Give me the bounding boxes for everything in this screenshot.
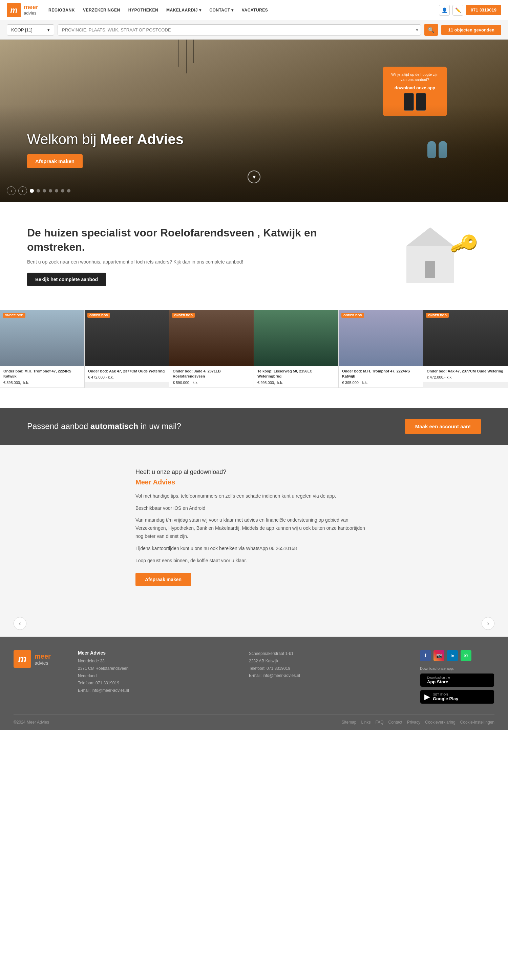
carousel-prev-button[interactable]: ‹: [14, 617, 26, 630]
nav-makelaardij[interactable]: MAKELAARDIJ ▾: [166, 8, 201, 13]
hero-section: Wil je altijd op de hoogte zijn van ons …: [0, 40, 508, 202]
property-card-2: ONDER BOD Onder bod: Aak 47, 2377CM Oude…: [85, 310, 169, 388]
linkedin-icon[interactable]: in: [447, 650, 458, 661]
dot-5[interactable]: [55, 189, 58, 192]
search-bar: KOOP [11] ▾ ▾ 🔍 11 objecten gevonden: [0, 20, 508, 40]
property-card-5: ONDER BOD Onder bod: M.H. Tromphof 47, 2…: [339, 310, 423, 388]
dot-6[interactable]: [61, 189, 64, 192]
footer-address2: 2371 CM Roelofarendsveen: [78, 665, 239, 673]
nav-vacatures[interactable]: VACATURES: [242, 8, 268, 13]
dot-3[interactable]: [43, 189, 46, 192]
nav-hypotheken[interactable]: HYPOTHEKEN: [128, 8, 158, 13]
search-input-wrap: ▾: [58, 24, 421, 35]
app-section: Heeft u onze app al gedownload? Meer Adv…: [0, 445, 508, 610]
dot-7[interactable]: [67, 189, 70, 192]
property-price-3: € 590.000,- k.k.: [173, 380, 250, 385]
footer-link-contact[interactable]: Contact: [388, 720, 403, 725]
app-store-button[interactable]: Download on the App Store: [420, 673, 494, 687]
property-info-5[interactable]: Onder bod: M.H. Tromphof 47, 2224RS Katw…: [339, 366, 423, 388]
property-info-3[interactable]: Onder bod: Jade 4, 2371LB Roelofarendsve…: [169, 366, 254, 388]
specialist-image: 🔑: [386, 222, 481, 290]
property-img-3: [169, 310, 254, 366]
footer-link-cookieverklaring[interactable]: Cookieverklaring: [425, 720, 455, 725]
main-nav: REGIOBANK VERZEKERINGEN HYPOTHEKEN MAKEL…: [48, 8, 439, 13]
search-type-select[interactable]: KOOP [11] ▾: [7, 24, 54, 35]
nav-contact[interactable]: CONTACT ▾: [209, 8, 234, 13]
next-arrow[interactable]: ›: [18, 186, 27, 195]
edit-icon-btn[interactable]: ✏️: [452, 5, 463, 16]
footer-top: m meer advies Meer Advies Noordeinde 33 …: [14, 650, 494, 704]
property-badge-1: ONDER BOD: [3, 313, 26, 318]
app-desc4: Tijdens kantoortijden kunt u ons nu ook …: [136, 545, 372, 553]
property-badge-6: ONDER BOD: [426, 313, 449, 318]
logo-meer: meer: [24, 4, 38, 11]
hero-appointment-button[interactable]: Afspraak maken: [27, 154, 83, 168]
specialist-section: De huizen specialist voor Roelofarendsve…: [0, 202, 508, 310]
hero-content: Welkom bij Meer Advies Afspraak maken: [27, 131, 184, 168]
dot-4[interactable]: [49, 189, 52, 192]
app-question: Heeft u onze app al gedownload?: [136, 469, 372, 476]
search-input[interactable]: [58, 24, 421, 35]
property-info-4[interactable]: Te koop: Lisserweg 50, 2156LC Weteringbr…: [254, 366, 338, 388]
property-name-1: Onder bod: M.H. Tromphof 47, 2224RS Katw…: [3, 369, 81, 379]
property-name-2: Onder bod: Aak 47, 2377CM Oude Wetering: [88, 369, 166, 374]
property-price-6: € 472.000,- k.k.: [427, 375, 505, 379]
logo[interactable]: m meer advies: [7, 3, 38, 17]
house-illustration: [406, 234, 454, 278]
logo-advies: advies: [24, 11, 38, 16]
whatsapp-icon[interactable]: ✆: [460, 650, 471, 661]
app-desc5: Loop gerust eens binnen, de koffie staat…: [136, 557, 372, 565]
property-name-4: Te koop: Lisserweg 50, 2156LC Weteringbr…: [257, 369, 335, 379]
footer-office-email: E-mail: info@meer-advies.nl: [249, 672, 410, 679]
property-info-1[interactable]: Onder bod: M.H. Tromphof 47, 2224RS Katw…: [0, 366, 84, 388]
property-img-6: [423, 310, 508, 366]
instagram-icon[interactable]: 📷: [433, 650, 444, 661]
footer-tel: Telefoon: 071 3319019: [78, 679, 239, 687]
lamp-decoration: [152, 40, 220, 90]
property-info-6[interactable]: Onder bod: Aak 47, 2377CM Oude Wetering …: [423, 366, 508, 382]
footer-link-faq[interactable]: FAQ: [375, 720, 384, 725]
footer-address1: Noordeinde 33: [78, 658, 239, 665]
search-go-button[interactable]: 🔍: [424, 24, 438, 36]
dot-1[interactable]: [30, 189, 34, 193]
app-store-text: Download on the App Store: [427, 676, 450, 684]
footer-link-sitemap[interactable]: Sitemap: [341, 720, 356, 725]
property-name-5: Onder bod: M.H. Tromphof 47, 2224RS Katw…: [342, 369, 420, 379]
footer-link-privacy[interactable]: Privacy: [407, 720, 420, 725]
facebook-icon[interactable]: f: [420, 650, 431, 661]
footer-office-tel: Telefoon: 071 3319019: [249, 665, 410, 673]
hero-title: Welkom bij Meer Advies: [27, 131, 184, 148]
property-name-6: Onder bod: Aak 47, 2377CM Oude Wetering: [427, 369, 505, 374]
footer-office-city: 2232 AB Katwijk: [249, 658, 410, 665]
cta-text: Passend aanbod automatisch in uw mail?: [27, 422, 181, 431]
property-badge-2: ONDER BOD: [87, 313, 110, 318]
footer-link-links[interactable]: Links: [361, 720, 371, 725]
nav-regiobank[interactable]: REGIOBANK: [48, 8, 75, 13]
user-icon-btn[interactable]: 👤: [439, 5, 450, 16]
site-footer: m meer advies Meer Advies Noordeinde 33 …: [0, 636, 508, 730]
property-info-2[interactable]: Onder bod: Aak 47, 2377CM Oude Wetering …: [85, 366, 169, 382]
property-img-4: [254, 310, 338, 366]
phone-button[interactable]: 071 3319019: [466, 5, 501, 15]
nav-verzekeringen[interactable]: VERZEKERINGEN: [83, 8, 120, 13]
app-desc2: Beschikbaar voor iOS en Android: [136, 504, 372, 512]
scroll-down-button[interactable]: ▾: [248, 170, 260, 183]
footer-logo-col: m meer advies: [14, 650, 68, 668]
complete-aanbod-button[interactable]: Bekijk het complete aanbod: [27, 273, 106, 286]
property-card-1: ONDER BOD Onder bod: M.H. Tromphof 47, 2…: [0, 310, 85, 388]
footer-links-row: Sitemap Links FAQ Contact Privacy Cookie…: [341, 720, 494, 725]
property-card-3: ONDER BOD Onder bod: Jade 4, 2371LB Roel…: [169, 310, 254, 388]
carousel-next-button[interactable]: ›: [482, 617, 494, 630]
dot-2[interactable]: [37, 189, 40, 192]
properties-section: ONDER BOD Onder bod: M.H. Tromphof 47, 2…: [0, 310, 508, 388]
footer-bottom: ©2024 Meer Advies Sitemap Links FAQ Cont…: [14, 714, 494, 730]
prev-arrow[interactable]: ‹: [7, 186, 16, 195]
footer-link-cookie-instellingen[interactable]: Cookie-instellingen: [460, 720, 494, 725]
footer-company-col: Meer Advies Noordeinde 33 2371 CM Roelof…: [78, 650, 239, 694]
app-appointment-button[interactable]: Afspraak maken: [136, 573, 191, 586]
cta-section: Passend aanbod automatisch in uw mail? M…: [0, 408, 508, 445]
google-play-big-text: Google Play: [433, 696, 458, 701]
results-button[interactable]: 11 objecten gevonden: [441, 25, 501, 35]
google-play-button[interactable]: ▶ GET IT ON Google Play: [420, 690, 494, 704]
cta-account-button[interactable]: Maak een account aan!: [405, 419, 481, 434]
